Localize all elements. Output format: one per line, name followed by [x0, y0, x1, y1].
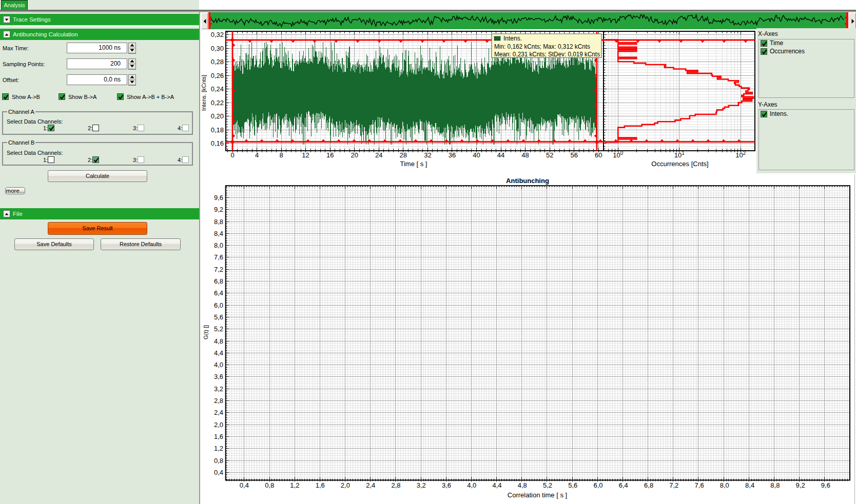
svg-text:0,22: 0,22 [211, 99, 224, 107]
svg-text:4,4: 4,4 [214, 349, 223, 357]
svg-text:2,4: 2,4 [366, 481, 375, 489]
svg-text:2,4: 2,4 [214, 409, 223, 416]
svg-text:9,2: 9,2 [214, 206, 223, 213]
svg-text:0,32: 0,32 [211, 31, 224, 38]
svg-text:4,0: 4,0 [214, 361, 223, 369]
svg-text:5,2: 5,2 [543, 481, 552, 489]
svg-text:Mean: 0,231 kCnts; StDev: 0,01: Mean: 0,231 kCnts; StDev: 0,019 kCnts [494, 51, 600, 58]
svg-text:0,24: 0,24 [211, 85, 224, 93]
svg-text:3,2: 3,2 [417, 481, 426, 489]
svg-text:32: 32 [424, 151, 431, 159]
svg-text:2,8: 2,8 [214, 397, 223, 405]
svg-text:0,16: 0,16 [211, 139, 224, 147]
svg-text:12: 12 [302, 151, 309, 159]
svg-text:9,6: 9,6 [821, 481, 830, 489]
svg-text:0,8: 0,8 [214, 457, 223, 465]
svg-text:Min: 0,162 kCnts; Max: 0,312 k: Min: 0,162 kCnts; Max: 0,312 kCnts [494, 43, 590, 50]
svg-text:1,2: 1,2 [214, 445, 223, 452]
svg-text:102: 102 [735, 150, 746, 159]
svg-text:2,0: 2,0 [214, 421, 223, 429]
svg-text:7,2: 7,2 [214, 266, 223, 273]
svg-text:4,8: 4,8 [518, 481, 527, 489]
svg-text:44: 44 [497, 151, 504, 159]
svg-text:5,6: 5,6 [214, 313, 223, 321]
svg-text:5,6: 5,6 [568, 481, 577, 489]
svg-text:0,8: 0,8 [265, 481, 274, 489]
svg-text:48: 48 [521, 151, 529, 159]
svg-text:0,4: 0,4 [214, 469, 223, 476]
svg-text:9,2: 9,2 [796, 481, 805, 489]
svg-text:Intens. [kCnts]: Intens. [kCnts] [201, 75, 207, 111]
svg-text:1,2: 1,2 [290, 481, 299, 489]
svg-text:0,18: 0,18 [211, 126, 224, 134]
svg-text:7,2: 7,2 [669, 481, 678, 489]
svg-text:4,4: 4,4 [492, 481, 501, 489]
svg-text:3,2: 3,2 [214, 385, 223, 393]
svg-text:4: 4 [255, 151, 259, 159]
svg-text:8,8: 8,8 [214, 218, 223, 226]
svg-text:6,0: 6,0 [593, 481, 602, 489]
svg-text:8: 8 [279, 151, 283, 159]
svg-text:8,4: 8,4 [745, 481, 754, 489]
svg-text:8,0: 8,0 [720, 481, 729, 489]
svg-text:0,30: 0,30 [211, 45, 224, 52]
svg-text:Antibunching: Antibunching [506, 177, 549, 185]
svg-text:8,4: 8,4 [214, 230, 223, 237]
svg-text:36: 36 [449, 151, 456, 159]
svg-text:9,6: 9,6 [214, 194, 223, 201]
svg-text:6,4: 6,4 [214, 289, 223, 297]
svg-text:5,2: 5,2 [214, 325, 223, 333]
svg-text:101: 101 [674, 150, 685, 159]
svg-text:16: 16 [326, 151, 334, 159]
svg-text:0,28: 0,28 [211, 58, 224, 66]
svg-text:Intens.: Intens. [503, 35, 522, 42]
svg-text:8,0: 8,0 [214, 241, 223, 249]
svg-text:2,0: 2,0 [341, 481, 350, 489]
svg-text:0,26: 0,26 [211, 72, 224, 79]
svg-text:6,4: 6,4 [619, 481, 628, 489]
svg-text:4,0: 4,0 [467, 481, 476, 489]
svg-text:Occurrences [Cnts]: Occurrences [Cnts] [651, 160, 708, 168]
svg-text:1,6: 1,6 [316, 481, 325, 489]
svg-text:8,8: 8,8 [770, 481, 780, 489]
svg-text:28: 28 [400, 151, 407, 159]
svg-text:0,20: 0,20 [211, 112, 224, 120]
svg-text:3,6: 3,6 [442, 481, 451, 489]
svg-text:7,6: 7,6 [695, 481, 704, 489]
svg-text:1,6: 1,6 [214, 433, 223, 440]
svg-text:4,8: 4,8 [214, 337, 223, 345]
svg-text:Time [ s ]: Time [ s ] [400, 160, 427, 168]
svg-text:2,8: 2,8 [391, 481, 400, 489]
svg-text:6,8: 6,8 [214, 277, 223, 285]
svg-text:60: 60 [595, 151, 602, 159]
svg-text:20: 20 [351, 151, 358, 159]
svg-text:56: 56 [570, 151, 577, 159]
svg-text:52: 52 [546, 151, 553, 159]
svg-text:40: 40 [473, 151, 480, 159]
svg-text:Correlation time [ s ]: Correlation time [ s ] [508, 491, 567, 499]
svg-text:6,0: 6,0 [214, 301, 223, 309]
svg-text:G(t) []: G(t) [] [203, 325, 209, 339]
svg-text:7,6: 7,6 [214, 253, 223, 261]
svg-text:24: 24 [375, 151, 382, 159]
svg-text:0,4: 0,4 [240, 481, 249, 489]
svg-text:6,8: 6,8 [644, 481, 653, 489]
svg-text:0: 0 [230, 151, 234, 159]
svg-text:3,6: 3,6 [214, 373, 223, 380]
svg-text:100: 100 [613, 150, 623, 159]
